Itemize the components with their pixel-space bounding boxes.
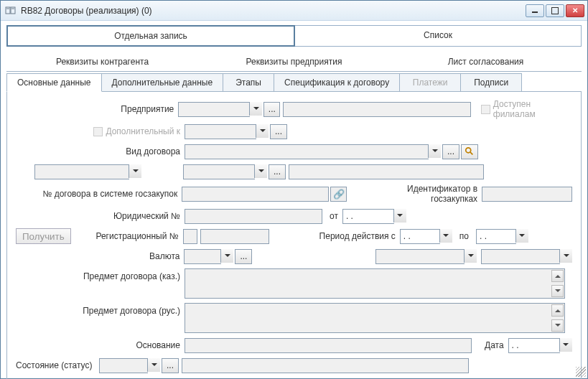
label-date: Дата [472, 340, 508, 350]
additional-to-lookup-button[interactable]: ... [270, 124, 287, 139]
minimize-button[interactable] [526, 4, 544, 17]
gov-proc-link-button[interactable]: 🔗 [330, 187, 347, 202]
tab-approval-sheet[interactable]: Лист согласования [390, 52, 582, 71]
label-status: Состояние (статус) [16, 360, 99, 370]
dropdown-icon[interactable] [129, 164, 141, 178]
available-branches-checkbox [481, 105, 490, 114]
tab-main-data[interactable]: Основные данные [6, 73, 102, 92]
dropdown-icon[interactable] [515, 229, 528, 243]
subject-kz-textarea[interactable] [185, 268, 565, 299]
maximize-button[interactable] [546, 4, 564, 17]
reg-number-field[interactable] [200, 229, 269, 244]
label-additional-to: Дополнительный к [16, 126, 185, 136]
window-icon [5, 5, 17, 17]
window-title: RB82 Договоры (реализация) (0) [21, 6, 526, 16]
subject-ru-textarea[interactable] [185, 303, 565, 333]
additional-to-combo[interactable] [185, 124, 269, 139]
label-enterprise: Предприятие [16, 104, 178, 114]
enterprise-name-field[interactable] [283, 102, 471, 117]
gov-proc-number-field[interactable] [182, 187, 329, 202]
title-bar: RB82 Договоры (реализация) (0) [1, 1, 587, 21]
tab-list[interactable]: Список [294, 26, 581, 46]
label-reg-number: Регистрационный № [78, 231, 183, 241]
link-icon: 🔗 [333, 189, 345, 200]
enterprise-combo[interactable] [178, 102, 262, 117]
dropdown-icon[interactable] [147, 358, 160, 372]
aux-combo-1[interactable] [34, 164, 141, 179]
gov-proc-id-field[interactable] [482, 187, 572, 202]
contract-type-search-button[interactable] [461, 144, 478, 159]
additional-to-checkbox [93, 127, 103, 136]
tab-specification[interactable]: Спецификация к договору [274, 73, 400, 91]
tab-additional-data[interactable]: Дополнительные данные [101, 73, 224, 91]
dropdown-icon[interactable] [464, 249, 477, 263]
aux-combo-2[interactable] [183, 164, 267, 179]
label-subject-ru: Предмет договора (рус.) [16, 303, 185, 316]
label-subject-kz: Предмет договора (каз.) [16, 268, 185, 281]
label-gov-proc-id: Идентификатор в госзакупках [347, 184, 482, 204]
scroll-down-icon[interactable] [551, 285, 564, 297]
period-to-combo[interactable]: . . [476, 229, 528, 244]
dropdown-icon[interactable] [249, 102, 262, 116]
dropdown-icon[interactable] [393, 209, 406, 223]
reg-number-prefix-field[interactable] [183, 229, 197, 244]
scroll-down-icon[interactable] [551, 319, 564, 332]
basis-field[interactable] [185, 338, 472, 353]
status-combo[interactable] [99, 358, 160, 373]
svg-rect-1 [11, 7, 15, 14]
extra-combo-1[interactable] [375, 249, 477, 264]
aux-name-field[interactable] [289, 164, 484, 179]
main-tabs: Отдельная запись Список [6, 25, 582, 47]
label-available-branches: Доступен филиалам [493, 99, 572, 119]
label-basis: Основание [16, 340, 185, 350]
tab-stages[interactable]: Этапы [223, 73, 274, 91]
currency-lookup-button[interactable]: ... [235, 249, 252, 264]
dropdown-icon[interactable] [220, 249, 233, 263]
dropdown-icon[interactable] [439, 229, 452, 243]
sub-tabs-1: Реквизиты контрагента Реквизиты предприя… [6, 52, 582, 72]
label-contract-type: Вид договора [16, 146, 185, 156]
legal-date-combo[interactable]: . . [342, 209, 406, 224]
dropdown-icon[interactable] [559, 249, 572, 263]
form-panel: Предприятие ... Доступен филиалам Дополн… [6, 92, 582, 379]
sub-tabs-2: Основные данные Дополнительные данные Эт… [6, 73, 582, 92]
tab-single-record[interactable]: Отдельная запись [6, 25, 295, 47]
svg-point-4 [466, 148, 471, 153]
currency-combo[interactable] [184, 249, 233, 264]
dropdown-icon[interactable] [254, 164, 267, 178]
svg-rect-0 [6, 7, 10, 14]
label-from: от [322, 211, 342, 221]
tab-contragent-req[interactable]: Реквизиты контрагента [6, 52, 198, 71]
resize-grip-icon[interactable] [576, 367, 586, 377]
scroll-up-icon[interactable] [551, 304, 564, 317]
close-button[interactable] [566, 4, 584, 17]
aux-lookup-button[interactable]: ... [269, 164, 286, 179]
search-icon [465, 146, 475, 156]
contract-type-combo[interactable] [185, 144, 441, 159]
get-button[interactable]: Получить [16, 228, 71, 244]
label-to: по [452, 231, 476, 241]
label-currency: Валюта [16, 251, 184, 261]
status-lookup-button[interactable]: ... [162, 358, 179, 373]
tab-payments: Платежи [399, 73, 461, 91]
basis-date-combo[interactable]: . . [508, 338, 572, 353]
dropdown-icon[interactable] [559, 338, 572, 352]
scroll-up-icon[interactable] [551, 270, 564, 282]
dropdown-icon[interactable] [256, 124, 269, 138]
legal-number-field[interactable] [185, 209, 322, 224]
tab-signatures[interactable]: Подписи [460, 73, 522, 91]
label-gov-proc-number: № договора в системе госзакупок [16, 189, 182, 199]
dropdown-icon[interactable] [428, 144, 441, 158]
label-period: Период действия с [269, 231, 400, 241]
enterprise-lookup-button[interactable]: ... [263, 102, 280, 117]
label-legal-number: Юридический № [16, 211, 185, 221]
status-name-field[interactable] [182, 358, 469, 373]
contract-type-lookup-button[interactable]: ... [442, 144, 459, 159]
period-from-combo[interactable]: . . [400, 229, 452, 244]
tab-enterprise-req[interactable]: Реквизиты предприятия [198, 52, 390, 71]
extra-combo-2[interactable] [481, 249, 572, 264]
svg-line-5 [470, 152, 473, 155]
